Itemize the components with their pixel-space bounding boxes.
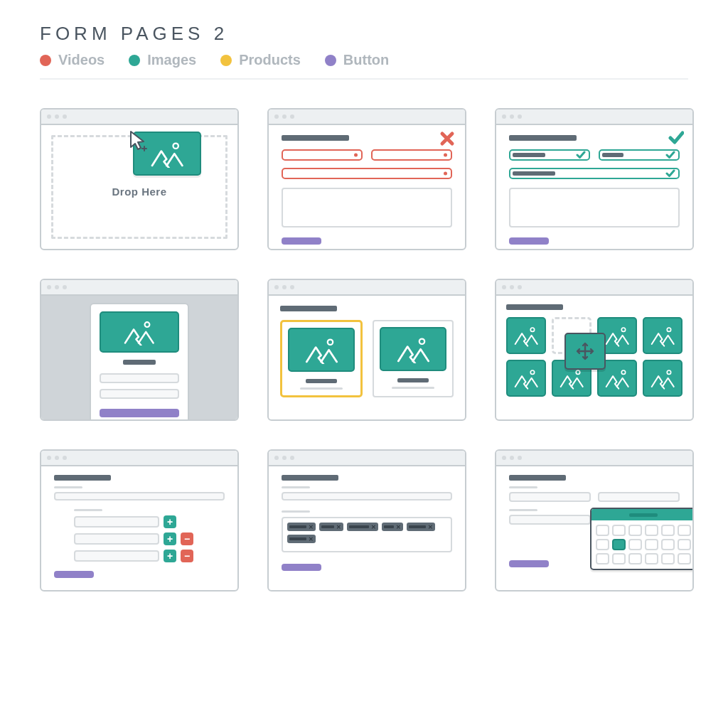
input-valid[interactable] [509, 168, 680, 179]
image-icon [380, 327, 446, 371]
close-icon[interactable]: ✕ [309, 536, 314, 542]
input-error[interactable] [282, 168, 452, 179]
tag-chip[interactable]: ✕ [287, 523, 316, 531]
text-placeholder [282, 486, 310, 488]
product-card-selected[interactable] [280, 320, 363, 397]
calendar-day-selected[interactable] [612, 539, 626, 550]
close-icon[interactable]: ✕ [396, 524, 401, 530]
image-tile[interactable] [506, 317, 546, 354]
wireframe-drop-upload: Drop Here [40, 108, 239, 250]
legend-videos: Videos [40, 52, 105, 68]
textarea[interactable] [509, 188, 680, 228]
plus-icon: + [167, 516, 173, 528]
calendar-header [592, 509, 694, 520]
text-input[interactable] [100, 389, 179, 399]
submit-button[interactable] [282, 237, 321, 245]
window-titlebar [269, 280, 465, 296]
legend-label: Button [343, 52, 389, 68]
input-error[interactable] [371, 149, 452, 161]
dragging-image-tile[interactable] [564, 333, 606, 370]
tag-chip[interactable]: ✕ [407, 523, 435, 531]
wireframe-image-reorder [495, 279, 694, 421]
wireframe-repeat-fields: + + − + − [40, 449, 239, 592]
calendar-day[interactable] [596, 539, 609, 550]
legend-button: Button [325, 52, 389, 68]
legend-label: Videos [58, 52, 105, 68]
divider [40, 78, 688, 80]
error-icon [439, 131, 455, 146]
cursor-icon [129, 130, 150, 154]
calendar-day[interactable] [612, 553, 626, 564]
drop-zone[interactable]: Drop Here [51, 135, 228, 239]
image-tile[interactable] [643, 360, 682, 397]
text-input[interactable] [509, 515, 591, 525]
heading-placeholder [123, 360, 156, 365]
page-title: FORM PAGES 2 [40, 23, 688, 45]
window-titlebar [496, 451, 692, 466]
close-icon[interactable]: ✕ [428, 524, 433, 530]
text-input[interactable] [74, 516, 159, 528]
window-titlebar [496, 109, 692, 125]
text-input[interactable] [74, 550, 159, 562]
tag-chip[interactable]: ✕ [319, 523, 343, 531]
calendar-day[interactable] [645, 553, 658, 564]
calendar-day[interactable] [645, 539, 658, 550]
text-input[interactable] [509, 492, 591, 502]
image-icon [100, 311, 179, 353]
submit-button[interactable] [509, 560, 549, 567]
dot-icon [220, 55, 232, 66]
add-button[interactable]: + [164, 515, 176, 528]
calendar-day[interactable] [596, 525, 609, 536]
modal-card [90, 303, 189, 421]
window-titlebar [41, 451, 237, 466]
calendar-day[interactable] [628, 553, 642, 564]
calendar-day[interactable] [661, 553, 675, 564]
tag-chip[interactable]: ✕ [287, 535, 316, 543]
plus-icon: + [167, 550, 173, 562]
submit-button[interactable] [100, 409, 179, 417]
add-button[interactable]: + [164, 550, 176, 562]
input-error[interactable] [282, 149, 363, 161]
window-titlebar [41, 280, 237, 296]
text-placeholder [509, 486, 537, 488]
submit-button[interactable] [282, 564, 321, 571]
text-input[interactable] [100, 373, 179, 383]
image-tile[interactable] [643, 317, 682, 354]
tag-chip[interactable]: ✕ [347, 523, 378, 531]
close-icon[interactable]: ✕ [371, 524, 376, 530]
product-card[interactable] [373, 320, 454, 397]
input-valid[interactable] [509, 149, 590, 161]
calendar-popover[interactable] [590, 508, 694, 570]
heading-placeholder [280, 306, 337, 311]
text-input[interactable] [598, 492, 680, 502]
close-icon[interactable]: ✕ [336, 524, 341, 530]
tags-container[interactable]: ✕ ✕ ✕ ✕ ✕ ✕ [282, 517, 452, 552]
drop-label: Drop Here [112, 186, 166, 198]
text-input[interactable] [54, 492, 225, 500]
calendar-day[interactable] [628, 539, 642, 550]
calendar-day[interactable] [661, 539, 675, 550]
close-icon[interactable]: ✕ [309, 524, 314, 530]
submit-button[interactable] [509, 237, 549, 245]
textarea[interactable] [282, 188, 452, 228]
submit-button[interactable] [54, 571, 94, 578]
remove-button[interactable]: − [181, 550, 193, 562]
text-input[interactable] [282, 492, 452, 500]
calendar-day[interactable] [678, 539, 691, 550]
calendar-day[interactable] [678, 525, 691, 536]
add-button[interactable]: + [164, 532, 176, 545]
image-icon [288, 328, 355, 372]
input-valid[interactable] [599, 149, 680, 161]
remove-button[interactable]: − [181, 532, 193, 545]
calendar-day[interactable] [645, 525, 658, 536]
calendar-day[interactable] [628, 525, 642, 536]
legend-images: Images [129, 52, 196, 68]
calendar-day[interactable] [596, 553, 609, 564]
image-tile[interactable] [506, 360, 546, 397]
calendar-day[interactable] [678, 553, 691, 564]
calendar-day[interactable] [661, 525, 675, 536]
calendar-day[interactable] [612, 525, 626, 536]
dot-icon [40, 55, 51, 66]
text-input[interactable] [74, 533, 159, 545]
tag-chip[interactable]: ✕ [382, 523, 403, 531]
